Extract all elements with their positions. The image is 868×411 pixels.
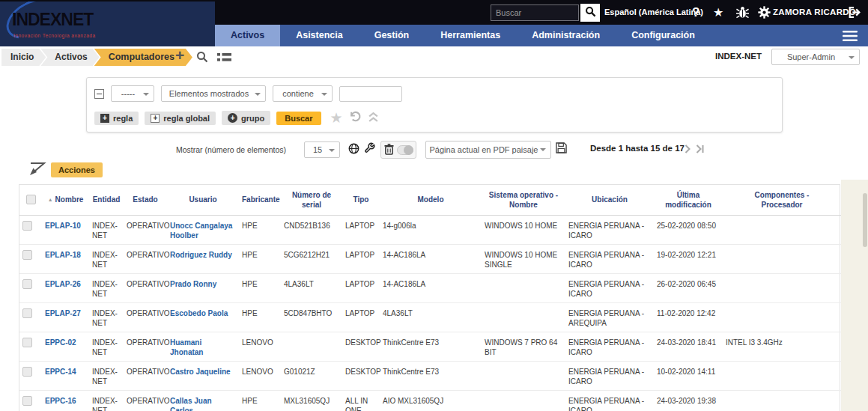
cell-fabricante: LENOVO bbox=[239, 361, 281, 390]
page: { "header": { "logo_title": "INDEXNET", … bbox=[0, 0, 868, 411]
export-select[interactable]: Página actual en PDF paisaje bbox=[425, 141, 551, 159]
tab-herramientas[interactable]: Herramientas bbox=[425, 25, 516, 46]
computer-link[interactable]: EPLAP-26 bbox=[45, 280, 81, 288]
user-link[interactable]: Prado Ronny bbox=[170, 280, 216, 288]
row-checkbox[interactable] bbox=[22, 396, 32, 406]
logout-icon[interactable] bbox=[848, 6, 861, 22]
breadcrumb-inicio[interactable]: Inicio bbox=[1, 49, 46, 66]
computer-link[interactable]: EPPC-02 bbox=[45, 338, 76, 347]
col-modificacion[interactable]: Última modificación bbox=[654, 185, 723, 215]
col-tipo[interactable]: Tipo bbox=[342, 185, 380, 215]
filter-operator-select[interactable]: contiene bbox=[273, 85, 333, 102]
tab-asistencia[interactable]: Asistencia bbox=[280, 25, 359, 46]
list-view-icon[interactable] bbox=[217, 52, 231, 65]
row-checkbox[interactable] bbox=[22, 338, 32, 347]
fold-chevrons-icon[interactable] bbox=[368, 112, 379, 125]
page-size-select[interactable]: 15 bbox=[304, 141, 340, 158]
search-icon[interactable] bbox=[196, 51, 208, 66]
cell-fabricante: LENOVO bbox=[239, 332, 281, 361]
cell-tipo: LAPTOP bbox=[342, 273, 380, 302]
globe-icon[interactable] bbox=[348, 143, 359, 156]
row-checkbox[interactable] bbox=[22, 308, 32, 318]
col-estado[interactable]: Estado bbox=[124, 185, 167, 215]
row-checkbox[interactable] bbox=[22, 367, 32, 377]
gear-icon[interactable] bbox=[758, 6, 771, 22]
cell-ubicacion: ENERGIA PERUANA - ICARO bbox=[565, 332, 654, 361]
user-link[interactable]: Huamani Jhonatan bbox=[170, 338, 203, 356]
filter-buttons-row: + regla + regla global + grupo Buscar ★ bbox=[94, 109, 774, 127]
save-search-star-icon[interactable]: ★ bbox=[330, 109, 343, 127]
user-link[interactable]: Rodriguez Ruddy bbox=[170, 251, 232, 259]
trash-icon[interactable] bbox=[384, 144, 394, 156]
col-so[interactable]: Sistema operativo - Nombre bbox=[482, 185, 565, 215]
cell-serial: 5CD847BHTO bbox=[281, 302, 342, 332]
global-search-button[interactable] bbox=[580, 4, 600, 22]
computer-link[interactable]: EPPC-16 bbox=[45, 397, 76, 405]
col-modelo[interactable]: Modelo bbox=[380, 185, 482, 215]
tab-gestion[interactable]: Gestión bbox=[359, 25, 425, 46]
cell-procesador bbox=[723, 361, 841, 390]
global-search-input[interactable] bbox=[491, 4, 579, 21]
col-entidad[interactable]: Entidad bbox=[89, 185, 124, 215]
search-icon bbox=[585, 6, 596, 19]
cell-fabricante: HPE bbox=[239, 244, 281, 273]
next-page-icon[interactable] bbox=[685, 144, 691, 155]
profile-select[interactable]: Super-Admin bbox=[771, 49, 860, 65]
filter-field-select[interactable]: ----- bbox=[111, 85, 154, 102]
computer-link[interactable]: EPLAP-18 bbox=[45, 251, 81, 259]
bug-icon[interactable] bbox=[735, 6, 750, 22]
export-save-icon[interactable] bbox=[556, 142, 567, 155]
col-fabricante[interactable]: Fabricante bbox=[239, 185, 281, 215]
col-usuario[interactable]: Usuario bbox=[167, 185, 239, 215]
col-serial[interactable]: Número de serial bbox=[281, 185, 342, 215]
col-nombre[interactable]: ▲Nombre bbox=[42, 185, 89, 215]
favorites-star-icon[interactable]: ★ bbox=[713, 5, 723, 19]
user-link[interactable]: Unocc Cangalaya Hoolber bbox=[170, 222, 232, 240]
undo-icon[interactable] bbox=[349, 110, 362, 126]
cell-entidad: INDEX-NET bbox=[89, 390, 124, 411]
trash-toggle-switch[interactable] bbox=[397, 145, 413, 155]
logo-block[interactable]: INDEXNET Innovación Tecnología avanzada bbox=[0, 1, 215, 46]
breadcrumb: Inicio Activos Computadores bbox=[1, 49, 192, 66]
add-computer-icon[interactable]: + bbox=[175, 46, 184, 64]
user-name[interactable]: ZAMORA RICARDO bbox=[773, 7, 856, 16]
tab-configuracion[interactable]: Configuración bbox=[616, 25, 711, 46]
table-row: EPLAP-18 INDEX-NET OPERATIVO Rodriguez R… bbox=[19, 244, 841, 273]
add-rule-button[interactable]: + regla bbox=[94, 112, 139, 125]
add-global-rule-button[interactable]: + regla global bbox=[145, 112, 216, 125]
col-procesador[interactable]: Componentes - Procesador bbox=[723, 185, 841, 215]
tab-administracion[interactable]: Administración bbox=[516, 25, 616, 46]
computer-link[interactable]: EPPC-14 bbox=[45, 368, 76, 376]
tab-activos[interactable]: Activos bbox=[215, 25, 280, 46]
computer-link[interactable]: EPLAP-10 bbox=[45, 222, 81, 230]
cell-modelo: 4LA36LT bbox=[380, 302, 482, 332]
plus-circle-icon: + bbox=[228, 113, 237, 123]
row-checkbox[interactable] bbox=[22, 250, 32, 260]
select-all-checkbox[interactable] bbox=[26, 195, 36, 204]
language-selector[interactable]: Español (América Latina) bbox=[604, 7, 703, 16]
filter-value-input[interactable] bbox=[339, 86, 402, 102]
user-link[interactable]: Castro Jaqueline bbox=[170, 368, 231, 376]
hamburger-menu-icon[interactable] bbox=[843, 31, 858, 41]
col-ubicacion[interactable]: Ubicación bbox=[565, 185, 654, 215]
user-link[interactable]: Callas Juan Carlos bbox=[170, 397, 212, 411]
buscar-button[interactable]: Buscar bbox=[276, 112, 321, 125]
scrollbar[interactable] bbox=[863, 193, 867, 247]
row-checkbox[interactable] bbox=[22, 279, 32, 289]
filter-displayed-select[interactable]: Elementos mostrados bbox=[161, 85, 266, 102]
cell-modificacion: 24-03-2020 18:41 bbox=[654, 332, 723, 361]
user-link[interactable]: Escobedo Paola bbox=[170, 309, 228, 317]
help-icon[interactable]: ? bbox=[692, 5, 699, 20]
add-group-button[interactable]: + grupo bbox=[222, 111, 270, 125]
cell-modelo: 14-AC186LA bbox=[380, 273, 482, 302]
last-page-icon[interactable] bbox=[696, 144, 704, 155]
breadcrumb-activos[interactable]: Activos bbox=[40, 49, 99, 66]
computer-link[interactable]: EPLAP-27 bbox=[45, 309, 81, 317]
plus-icon: + bbox=[100, 114, 109, 123]
row-checkbox[interactable] bbox=[22, 221, 32, 231]
wrench-icon[interactable] bbox=[364, 142, 375, 155]
cell-so: WINDOWS 7 PRO 64 BIT bbox=[482, 332, 565, 361]
add-rule-label: regla bbox=[113, 114, 133, 123]
collapse-criteria-icon[interactable] bbox=[94, 89, 104, 99]
acciones-button[interactable]: Acciones bbox=[51, 162, 103, 177]
